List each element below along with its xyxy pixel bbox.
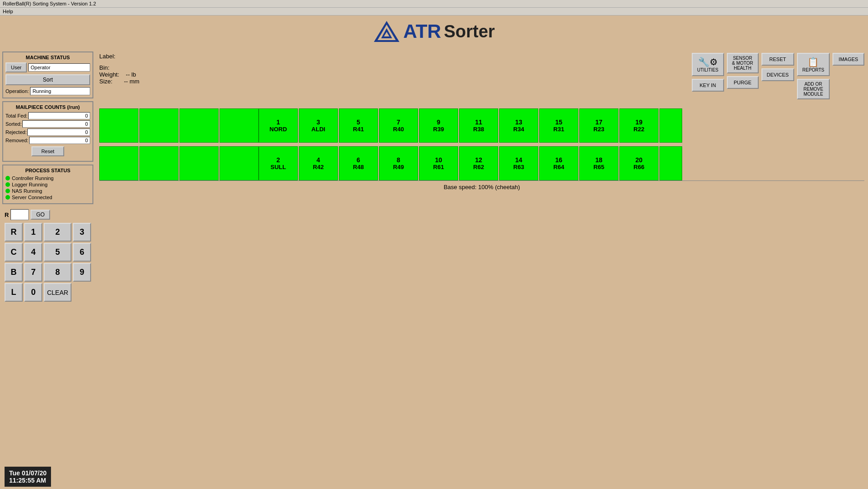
key-c[interactable]: C [5,243,23,262]
bin-15[interactable]: 15 R31 [539,108,578,143]
key-4[interactable]: 4 [24,243,42,262]
bin-20-name: R66 [633,164,644,170]
bin-19-name: R22 [633,126,644,133]
bin-1[interactable]: 1 NORD [259,108,298,143]
key-clear[interactable]: CLEAR [44,283,71,302]
key-in-button[interactable]: KEY IN [692,79,724,92]
bin-20[interactable]: 20 R66 [619,146,659,180]
bin-13[interactable]: 13 R34 [499,108,538,143]
bin-5[interactable]: 5 R41 [339,108,378,143]
right-edge-top [659,108,682,143]
mailpiece-reset-button[interactable]: Reset [31,146,65,156]
bin-row: Bin: [99,64,139,71]
bin-10[interactable]: 10 R61 [419,146,458,180]
sort-button[interactable]: Sort [5,74,90,85]
key-1[interactable]: 1 [24,223,42,242]
bin-11[interactable]: 11 R38 [459,108,498,143]
bin-16-number: 16 [555,156,562,164]
bin-8[interactable]: 8 R49 [379,146,418,180]
bin-12[interactable]: 12 R62 [459,146,498,180]
bin-10-name: R61 [433,164,444,170]
bin-13-name: R34 [513,126,524,133]
bin-8-name: R49 [393,164,404,170]
key-9[interactable]: 9 [73,263,91,282]
menu-bar[interactable]: Help [0,8,868,15]
bins-bottom-row: 2 SULL 4 R42 6 R48 8 R49 [99,146,864,180]
bin-12-number: 12 [475,156,482,164]
total-fed-value: 0 [28,112,90,119]
operation-label: Operation: [5,88,29,94]
left-conveyor-bottom [99,146,259,180]
bin-15-number: 15 [555,118,562,126]
process-status-label-1: Logger Running [12,182,47,187]
utilities-icon: 🔧⚙ [698,57,718,67]
title-bar: RollerBall(R) Sorting System - Version 1… [0,0,868,8]
bin-9[interactable]: 9 R39 [419,108,458,143]
go-button[interactable]: GO [31,210,50,220]
window-title: RollerBall(R) Sorting System - Version 1… [3,1,96,6]
bin-2-number: 2 [276,156,280,164]
key-l[interactable]: L [5,283,23,302]
header-logo: ATR Sorter [0,15,868,49]
bin-7[interactable]: 7 R40 [379,108,418,143]
bin-4[interactable]: 4 R42 [299,146,338,180]
conv-block-bottom-1 [139,146,179,180]
key-8[interactable]: 8 [44,263,71,282]
bin-16[interactable]: 16 R64 [539,146,578,180]
reports-button[interactable]: 📋 REPORTS [797,53,830,76]
datetime-line1: Tue 01/07/20 [9,469,46,477]
key-6[interactable]: 6 [73,243,91,262]
toolbar-middle-buttons: SENSOR& MOTORHEALTH PURGE [727,53,759,89]
utilities-button[interactable]: 🔧⚙ UTILITIES [692,53,724,76]
devices-button[interactable]: DEVICES [761,68,794,81]
key-5[interactable]: 5 [44,243,71,262]
key-r[interactable]: R [5,223,23,242]
key-b[interactable]: B [5,263,23,282]
process-status-label-3: Server Connected [12,195,52,200]
size-prefix: Size: [99,78,112,85]
sensor-motor-button[interactable]: SENSOR& MOTORHEALTH [727,53,759,73]
menu-help[interactable]: Help [3,9,13,14]
add-remove-module-button[interactable]: ADD ORREMOVEMODULE [797,79,830,99]
mailpiece-counts-title: MAILPIECE COUNTS (/run) [5,104,90,110]
datetime-line2: 11:25:55 AM [9,477,46,484]
reports-icon: 📋 [807,57,819,67]
bin-14[interactable]: 14 R63 [499,146,538,180]
mailpiece-counts-box: MAILPIECE COUNTS (/run) Total Fed: 0 Sor… [2,101,93,162]
status-dot-2 [5,189,10,193]
process-status-title: PROCESS STATUS [5,168,90,173]
rejected-label: Rejected: [5,129,26,135]
status-dot-1 [5,182,10,187]
user-button[interactable]: User [5,62,27,72]
bin-19[interactable]: 19 R22 [619,108,659,143]
conv-block-1 [139,108,179,143]
base-speed-text: Base speed: 100% (cheetah) [444,184,520,190]
bin-3-name: ALDI [311,126,325,133]
process-status-item-3: Server Connected [5,195,90,200]
keypad-section: R GO R 1 2 3 C 4 5 6 B 7 8 9 L 0 CLEAR [2,207,93,304]
bin-18[interactable]: 18 R65 [579,146,618,180]
process-status-label-0: Controller Running [12,175,54,181]
machine-status-title: MACHINE STATUS [5,55,90,60]
bin-2[interactable]: 2 SULL [259,146,298,180]
datetime-box: Tue 01/07/20 11:25:55 AM [5,467,51,487]
user-value-field[interactable] [28,63,90,72]
bin-18-name: R65 [593,164,604,170]
key-2[interactable]: 2 [44,223,71,242]
right-edge-bottom [659,146,682,180]
key-7[interactable]: 7 [24,263,42,282]
conv-block-0 [99,108,138,143]
left-conveyor-top [99,108,259,143]
logo-atr: ATR [403,21,441,42]
bins-bottom-container: 2 SULL 4 R42 6 R48 8 R49 [259,146,682,180]
key-0[interactable]: 0 [24,283,42,302]
images-button[interactable]: IMAGES [832,53,864,66]
purge-button[interactable]: PURGE [727,76,759,89]
reset-button[interactable]: RESET [761,53,794,66]
bin-16-name: R64 [553,164,564,170]
bin-17[interactable]: 17 R23 [579,108,618,143]
key-3[interactable]: 3 [73,223,91,242]
bin-3[interactable]: 3 ALDI [299,108,338,143]
go-input[interactable] [10,209,29,220]
bin-6[interactable]: 6 R48 [339,146,378,180]
